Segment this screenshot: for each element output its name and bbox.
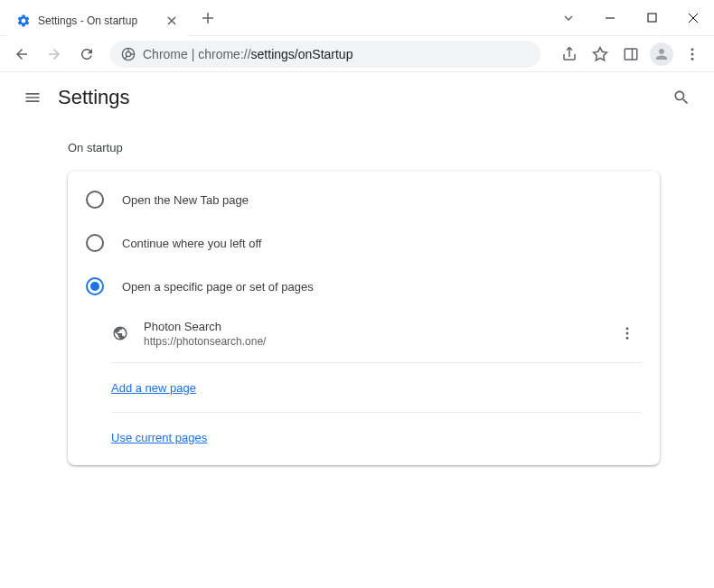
address-bar[interactable]: Chrome | chrome://settings/onStartup [110,41,540,68]
page-name: Photon Search [144,320,598,333]
gear-icon [16,14,31,28]
tab-title: Settings - On startup [38,14,157,27]
browser-toolbar: Chrome | chrome://settings/onStartup [0,36,714,72]
use-current-link[interactable]: Use current pages [111,431,207,444]
svg-point-5 [691,52,694,55]
page-url: https://photonsearch.one/ [144,335,598,348]
radio-icon [86,234,104,252]
svg-point-8 [626,332,629,335]
startup-options-card: Open the New Tab page Continue where you… [68,171,660,465]
reload-button[interactable] [72,40,101,69]
share-icon[interactable] [555,40,584,69]
svg-point-4 [691,48,694,51]
option-continue[interactable]: Continue where you left off [68,221,660,265]
svg-point-9 [626,337,629,340]
svg-point-7 [626,327,629,330]
minimize-button[interactable] [589,0,631,36]
page-more-icon[interactable] [613,319,642,348]
globe-icon [111,324,129,342]
chrome-icon [121,47,136,61]
divider [111,362,642,363]
search-icon[interactable] [663,79,700,116]
close-tab-icon[interactable] [164,14,179,28]
startup-page-item: Photon Search https://photonsearch.one/ [68,308,660,359]
chevron-down-icon[interactable] [548,0,589,36]
option-new-tab[interactable]: Open the New Tab page [68,178,660,221]
radio-label: Open a specific page or set of pages [122,280,314,294]
option-specific-pages[interactable]: Open a specific page or set of pages [68,265,660,308]
divider [111,412,642,413]
radio-label: Open the New Tab page [122,193,249,207]
close-window-button[interactable] [672,0,714,36]
page-info: Photon Search https://photonsearch.one/ [144,320,598,348]
bookmark-icon[interactable] [586,40,615,69]
settings-content: On startup Open the New Tab page Continu… [0,123,714,465]
page-title: Settings [58,86,130,109]
sidepanel-icon[interactable] [616,40,645,69]
radio-icon [86,191,104,209]
add-page-link[interactable]: Add a new page [111,381,196,395]
maximize-button[interactable] [631,0,672,36]
hamburger-menu-icon[interactable] [14,79,51,116]
browser-tab[interactable]: Settings - On startup [7,5,188,36]
window-controls [548,0,714,36]
menu-icon[interactable] [678,40,707,69]
profile-avatar[interactable] [647,40,676,69]
back-button[interactable] [7,40,36,69]
forward-button[interactable] [40,40,69,69]
use-current-row: Use current pages [68,416,660,458]
new-tab-button[interactable] [195,5,221,31]
radio-icon [86,277,104,295]
section-title: On startup [68,141,660,154]
radio-label: Continue where you left off [122,237,261,250]
svg-rect-3 [625,49,637,60]
window-titlebar: Settings - On startup [0,0,714,36]
settings-header: Settings [0,72,714,123]
add-page-row: Add a new page [68,367,660,408]
svg-point-6 [691,57,694,60]
svg-rect-0 [648,14,656,22]
omnibox-prefix: Chrome | chrome://settings/onStartup [143,47,352,61]
